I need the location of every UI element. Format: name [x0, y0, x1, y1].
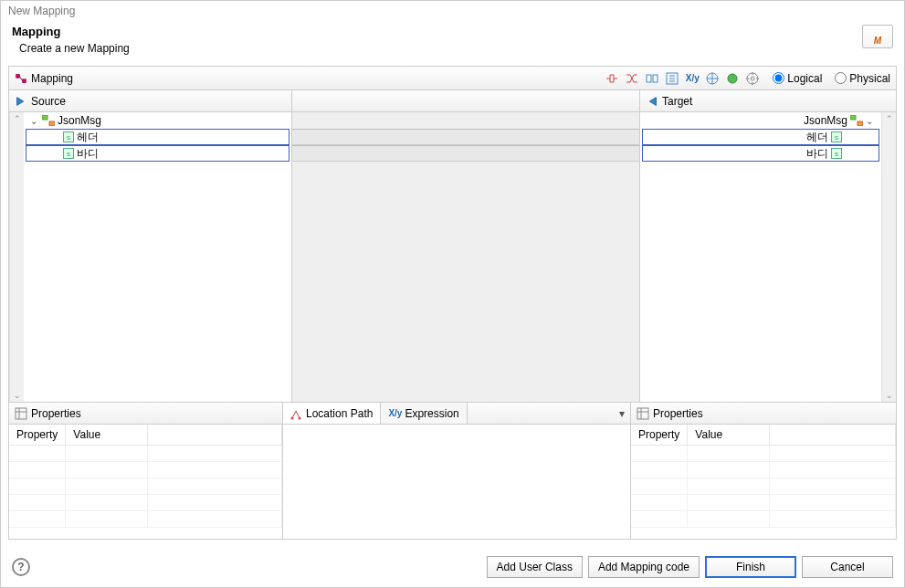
logical-radio[interactable]: Logical [773, 72, 822, 85]
location-path-tab-label: Location Path [306, 407, 373, 420]
svg-rect-3 [653, 75, 658, 82]
toolbar-globe-icon[interactable] [705, 71, 720, 86]
toolbar-icon-4[interactable] [665, 71, 679, 86]
collapse-icon[interactable]: ⌄ [30, 116, 39, 126]
source-icon [15, 95, 27, 108]
toolbar-green-circle-icon[interactable] [725, 71, 740, 86]
source-root-node[interactable]: ⌄ JsonMsg [24, 112, 291, 129]
prop-col-property[interactable]: Property [9, 425, 66, 446]
source-child-1-label: 바디 [77, 146, 99, 162]
physical-radio[interactable]: Physical [835, 72, 890, 85]
svg-rect-9 [42, 115, 47, 120]
page-subtitle: Create a new Mapping [12, 42, 862, 55]
page-title: Mapping [12, 25, 862, 38]
json-object-icon [42, 115, 55, 126]
target-title: Target [662, 95, 692, 108]
toolbar-icon-3[interactable] [645, 71, 659, 86]
target-icon [646, 95, 658, 108]
xy-icon: X/y [388, 408, 402, 418]
collapse-icon[interactable]: ⌄ [866, 116, 875, 126]
json-object-icon [850, 115, 863, 126]
string-field-icon: s [63, 148, 74, 159]
source-child-1[interactable]: s 바디 [26, 145, 289, 162]
svg-rect-10 [49, 121, 55, 126]
expression-tab[interactable]: X/y Expression [381, 403, 467, 424]
svg-rect-16 [637, 408, 648, 419]
properties-icon [15, 407, 27, 420]
target-root-label: JsonMsg [804, 114, 847, 127]
target-scrollbar[interactable]: ⌃⌄ [881, 112, 896, 402]
target-root-node[interactable]: JsonMsg ⌄ [640, 112, 881, 129]
expression-tab-label: Expression [405, 407, 458, 420]
add-user-class-button[interactable]: Add User Class [487, 556, 583, 578]
mapping-line-1[interactable] [292, 145, 639, 162]
prop-col-value[interactable]: Value [688, 425, 770, 446]
properties-right-table[interactable]: Property Value [631, 425, 896, 528]
source-title: Source [31, 95, 66, 108]
mapping-logo-icon: M [862, 25, 893, 48]
svg-rect-11 [850, 115, 856, 120]
center-panel-body [283, 425, 630, 539]
svg-rect-0 [16, 74, 20, 78]
target-child-0-label: 헤더 [806, 130, 828, 145]
window-title: New Mapping [1, 1, 904, 19]
target-child-0[interactable]: 헤더 s [642, 129, 879, 145]
target-child-1-label: 바디 [806, 146, 828, 162]
toolbar-icon-1[interactable] [605, 71, 619, 86]
properties-left-table[interactable]: Property Value [9, 425, 282, 528]
svg-rect-13 [16, 408, 26, 419]
add-mapping-code-button[interactable]: Add Mapping code [588, 556, 700, 578]
svg-rect-1 [23, 79, 26, 82]
svg-point-15 [299, 416, 301, 419]
source-child-0-label: 헤더 [77, 130, 99, 145]
prop-col-property[interactable]: Property [631, 425, 688, 446]
properties-left-title: Properties [31, 407, 81, 420]
mapping-section-title: Mapping [31, 72, 73, 85]
string-field-icon: s [831, 131, 842, 142]
svg-rect-12 [858, 121, 863, 126]
source-root-label: JsonMsg [58, 114, 101, 127]
string-field-icon: s [831, 148, 842, 159]
svg-point-14 [291, 416, 294, 419]
mapping-line-0[interactable] [292, 129, 639, 145]
mapping-section-icon [15, 72, 27, 85]
string-field-icon: s [63, 131, 74, 142]
prop-col-value[interactable]: Value [66, 425, 148, 446]
properties-icon [637, 407, 649, 420]
properties-right-title: Properties [653, 407, 703, 420]
toolbar-xy-icon[interactable]: X/y [685, 71, 700, 86]
svg-point-8 [751, 77, 754, 80]
target-child-1[interactable]: 바디 s [642, 145, 879, 162]
help-icon[interactable]: ? [12, 558, 30, 576]
svg-point-6 [728, 74, 737, 83]
path-icon [290, 407, 303, 420]
tabs-dropdown-icon[interactable]: ▾ [614, 407, 630, 420]
cancel-button[interactable]: Cancel [802, 556, 893, 578]
finish-button[interactable]: Finish [705, 556, 796, 578]
toolbar-icon-2[interactable] [625, 71, 639, 86]
source-child-0[interactable]: s 헤더 [26, 129, 289, 145]
svg-rect-2 [647, 75, 651, 82]
source-scrollbar[interactable]: ⌃⌄ [9, 112, 24, 402]
toolbar-settings-icon[interactable] [745, 71, 760, 86]
location-path-tab[interactable]: Location Path [283, 403, 381, 424]
